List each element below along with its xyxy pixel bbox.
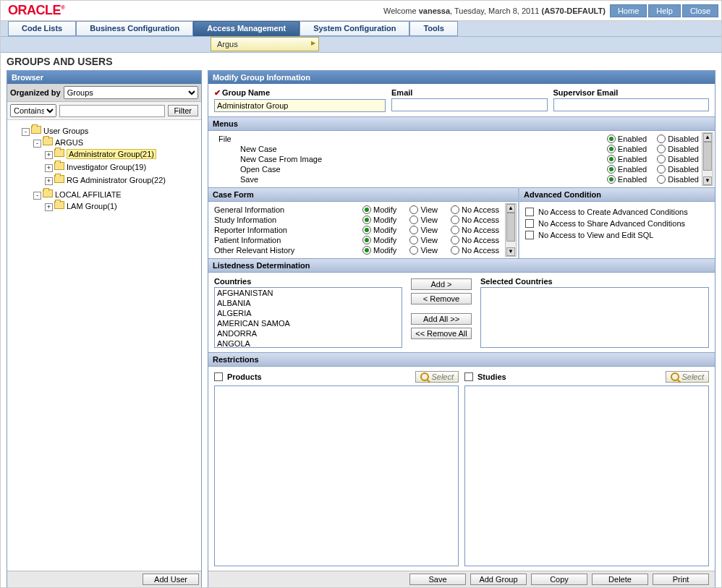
delete-button[interactable]: Delete: [592, 574, 648, 585]
tree-lam-group[interactable]: LAM Group(1): [67, 202, 117, 210]
filter-input[interactable]: [59, 105, 165, 117]
group-name-label: ✔Group Name: [214, 88, 386, 98]
adv-cond-header: Advanced Condition: [519, 187, 715, 202]
tab-tools[interactable]: Tools: [409, 21, 458, 36]
tree-rg-admin-group[interactable]: RG Administrator Group(22): [67, 176, 166, 184]
menu-opencase-disabled[interactable]: [657, 165, 666, 174]
search-icon: [671, 372, 679, 381]
browser-title: Browser: [7, 71, 201, 84]
expand-icon[interactable]: +: [45, 164, 53, 172]
add-user-button[interactable]: Add User: [143, 574, 199, 585]
tree-investigator-group[interactable]: Investigator Group(19): [67, 163, 146, 171]
expand-icon[interactable]: -: [33, 192, 41, 200]
selected-countries-listbox[interactable]: [480, 287, 709, 348]
cf-patient-view[interactable]: [409, 236, 418, 244]
supervisor-email-label: Supervisor Email: [553, 88, 709, 97]
folder-icon: [31, 126, 41, 134]
country-item[interactable]: ANDORRA: [215, 328, 402, 338]
tree-user-groups[interactable]: User Groups: [43, 127, 88, 135]
tab-system-config[interactable]: System Configuration: [300, 21, 409, 36]
expand-icon[interactable]: +: [45, 203, 53, 211]
adv-no-sql[interactable]: [525, 231, 534, 239]
cf-reporter-noaccess[interactable]: [451, 226, 459, 234]
tree-local-affiliate[interactable]: LOCAL AFFILIATE: [55, 190, 122, 199]
help-button[interactable]: Help: [648, 4, 681, 17]
submenu-argus[interactable]: Argus: [211, 37, 319, 51]
expand-icon[interactable]: +: [45, 177, 53, 185]
country-item[interactable]: ANGOLA: [215, 338, 402, 348]
supervisor-email-input[interactable]: [553, 98, 709, 111]
menu-save-enabled[interactable]: [607, 175, 616, 184]
menu-newcase-disabled[interactable]: [657, 145, 666, 153]
country-item[interactable]: ALGERIA: [215, 308, 402, 318]
folder-icon: [54, 201, 64, 209]
cf-study-modify[interactable]: [362, 216, 371, 224]
adv-no-create[interactable]: [525, 208, 534, 216]
footer-buttons: Save Add Group Copy Delete Print: [208, 571, 715, 587]
oracle-logo: ORACLE®: [4, 3, 64, 18]
adv-no-share[interactable]: [525, 219, 534, 228]
menu-newcaseimg-disabled[interactable]: [657, 155, 666, 163]
expand-icon[interactable]: +: [45, 151, 53, 159]
cf-study-view[interactable]: [409, 216, 418, 224]
menu-open-case: Open Case: [218, 165, 607, 174]
tab-business-config[interactable]: Business Configuration: [76, 21, 193, 36]
browser-panel: Browser Organized by Groups Contains Fil…: [7, 70, 202, 588]
tree-argus[interactable]: ARGUS: [55, 138, 83, 147]
menu-opencase-enabled[interactable]: [607, 165, 616, 174]
sub-menu-bar: Argus: [1, 37, 721, 53]
filter-button[interactable]: Filter: [168, 105, 198, 116]
cf-other-modify[interactable]: [362, 246, 371, 255]
tab-access-mgmt[interactable]: Access Management: [193, 21, 300, 36]
add-group-button[interactable]: Add Group: [470, 574, 527, 585]
expand-icon[interactable]: -: [22, 128, 30, 136]
home-button[interactable]: Home: [610, 4, 647, 17]
cf-patient-noaccess[interactable]: [451, 236, 459, 244]
menus-scrollbar[interactable]: ▲▼: [702, 132, 713, 186]
cf-study-noaccess[interactable]: [451, 216, 459, 224]
close-button[interactable]: Close: [682, 4, 718, 17]
email-input[interactable]: [391, 98, 547, 111]
match-mode-select[interactable]: Contains: [10, 104, 56, 117]
cf-reporter-modify[interactable]: [362, 226, 371, 234]
group-tree: -User Groups -ARGUS +Administrator Group…: [7, 120, 201, 571]
copy-button[interactable]: Copy: [531, 574, 587, 585]
menu-newcaseimg-enabled[interactable]: [607, 155, 616, 163]
products-checkbox[interactable]: [214, 372, 223, 381]
countries-listbox[interactable]: AFGHANISTAN ALBANIA ALGERIA AMERICAN SAM…: [214, 287, 402, 348]
group-name-input[interactable]: [214, 99, 386, 112]
menu-file-enabled[interactable]: [607, 135, 616, 143]
country-item[interactable]: ALBANIA: [215, 298, 402, 308]
cf-other-noaccess[interactable]: [451, 246, 459, 255]
menu-new-case: New Case: [218, 145, 607, 153]
country-item[interactable]: AFGHANISTAN: [215, 288, 402, 298]
menu-file-disabled[interactable]: [657, 135, 666, 143]
tree-admin-group[interactable]: Administrator Group(21): [67, 149, 156, 159]
cf-general-modify[interactable]: [362, 205, 371, 214]
studies-checkbox[interactable]: [464, 372, 473, 381]
add-all-button[interactable]: Add All >>: [411, 313, 472, 325]
products-select-button[interactable]: Select: [415, 371, 459, 383]
cf-patient-modify[interactable]: [362, 236, 371, 244]
menu-save-disabled[interactable]: [657, 175, 666, 184]
menu-new-case-image: New Case From Image: [218, 155, 607, 163]
cf-general-noaccess[interactable]: [451, 205, 459, 214]
caseform-scrollbar[interactable]: ▲▼: [505, 203, 517, 257]
country-item[interactable]: AMERICAN SAMOA: [215, 318, 402, 328]
remove-all-button[interactable]: << Remove All: [411, 328, 472, 339]
expand-icon[interactable]: -: [33, 140, 41, 148]
save-button[interactable]: Save: [409, 574, 466, 585]
cf-general-view[interactable]: [409, 205, 418, 214]
cf-reporter-view[interactable]: [409, 226, 418, 234]
studies-select-button[interactable]: Select: [666, 371, 709, 383]
selected-countries-label: Selected Countries: [480, 277, 709, 286]
menu-newcase-enabled[interactable]: [607, 145, 616, 153]
folder-icon: [54, 175, 64, 183]
remove-button[interactable]: < Remove: [411, 293, 472, 304]
print-button[interactable]: Print: [653, 574, 709, 585]
organized-by-select[interactable]: Groups: [64, 86, 198, 99]
add-button[interactable]: Add >: [411, 278, 472, 290]
folder-icon: [43, 189, 53, 197]
tab-code-lists[interactable]: Code Lists: [8, 21, 76, 36]
cf-other-view[interactable]: [409, 246, 418, 255]
